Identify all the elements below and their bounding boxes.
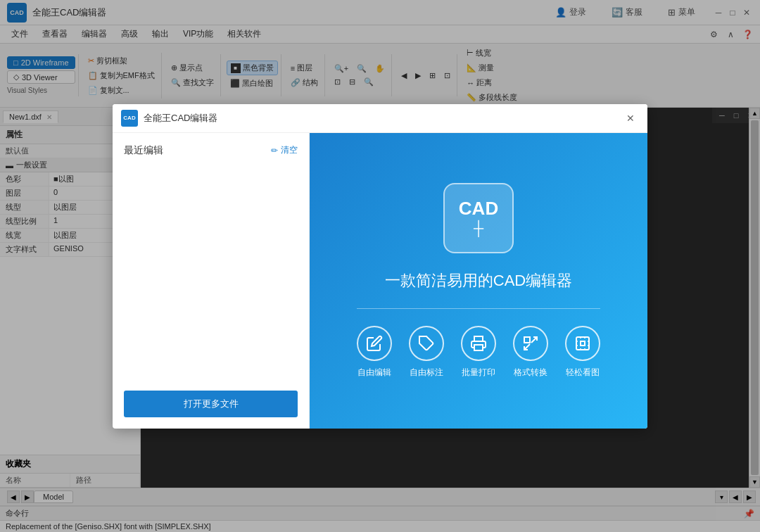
convert-icon (522, 335, 539, 352)
recent-header: 最近编辑 ✏ 清空 (124, 144, 298, 157)
feature-convert-icon-circle (513, 326, 548, 361)
modal-title: 全能王CAD编辑器 (144, 112, 622, 125)
welcome-dialog: CAD 全能王CAD编辑器 ✕ 最近编辑 ✏ 清空 打开更多文件 (113, 104, 647, 429)
feature-edit: 自由编辑 (357, 326, 392, 379)
svg-rect-2 (524, 337, 530, 343)
modal-overlay[interactable]: CAD 全能王CAD编辑器 ✕ 最近编辑 ✏ 清空 打开更多文件 (0, 0, 760, 532)
modal-divider (357, 308, 600, 309)
svg-rect-3 (576, 337, 589, 350)
clear-btn-label: 清空 (281, 144, 298, 156)
feature-convert: 格式转换 (513, 326, 548, 379)
feature-tag-icon-circle (409, 326, 444, 361)
open-more-button[interactable]: 打开更多文件 (124, 391, 298, 417)
feature-convert-label: 格式转换 (514, 367, 547, 379)
feature-view-label: 轻松看图 (566, 367, 600, 379)
view-icon (574, 335, 591, 352)
feature-tag: 自由标注 (409, 326, 444, 379)
eraser-icon: ✏ (271, 146, 278, 156)
feature-tag-label: 自由标注 (410, 367, 443, 379)
features-row: 自由编辑 自由标注 批量打印 (357, 326, 600, 379)
feature-print-icon-circle (461, 326, 496, 361)
feature-view-icon-circle (565, 326, 600, 361)
clear-recent-button[interactable]: ✏ 清空 (271, 144, 298, 156)
feature-print-label: 批量打印 (462, 367, 495, 379)
recent-files-list (124, 168, 298, 391)
print-icon (470, 335, 487, 352)
modal-body: 最近编辑 ✏ 清空 打开更多文件 CAD ┼ 一款简洁易用的CAD编辑器 (113, 133, 647, 429)
cad-logo-text: CAD (459, 199, 498, 217)
feature-print: 批量打印 (461, 326, 496, 379)
modal-right-panel: CAD ┼ 一款简洁易用的CAD编辑器 自由编辑 (310, 133, 647, 429)
modal-titlebar: CAD 全能王CAD编辑器 ✕ (113, 104, 647, 133)
cad-logo-large: CAD ┼ (443, 183, 514, 253)
feature-edit-label: 自由编辑 (357, 367, 391, 379)
tag-icon (418, 335, 435, 352)
modal-left-panel: 最近编辑 ✏ 清空 打开更多文件 (113, 133, 310, 429)
recent-title: 最近编辑 (124, 144, 163, 157)
feature-edit-icon-circle (357, 326, 392, 361)
edit-icon (366, 335, 383, 352)
feature-view: 轻松看图 (565, 326, 600, 379)
app-slogan: 一款简洁易用的CAD编辑器 (385, 270, 572, 291)
svg-rect-1 (474, 345, 483, 350)
cad-logo-cross: ┼ (474, 220, 483, 236)
modal-logo-text: CAD (123, 115, 135, 121)
modal-logo: CAD (121, 110, 138, 127)
modal-close-button[interactable]: ✕ (622, 110, 639, 127)
